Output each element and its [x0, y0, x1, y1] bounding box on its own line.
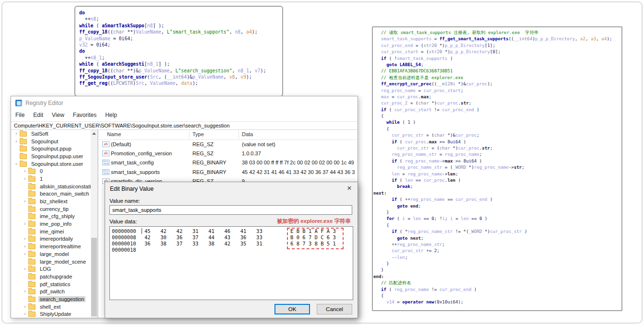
code-token — [376, 248, 392, 253]
tree-item-ime_pop_info[interactable]: ›ime_pop_info — [11, 220, 91, 228]
scrollbar-thumb[interactable] — [91, 238, 97, 316]
code-token — [376, 177, 392, 183]
hex-byte[interactable]: 31 — [256, 241, 272, 247]
scroll-up-icon[interactable] — [92, 132, 96, 135]
hex-byte[interactable]: 30 — [160, 234, 176, 241]
tree-item-shell_ext[interactable]: ›shell_ext — [11, 303, 91, 311]
hex-byte[interactable]: 36 — [240, 234, 256, 241]
hex-byte[interactable]: 44 — [208, 234, 224, 241]
tree-item-allskin_statusiconstatistics[interactable]: allskin_statusiconstatistics — [11, 183, 91, 190]
chevron-icon[interactable]: › — [14, 161, 19, 167]
code-token: reg_proc_name_str — [397, 242, 442, 247]
menu-item-file[interactable]: File — [11, 110, 29, 120]
tree-item-SogouInput.store.user[interactable]: ›SogouInput.store.user — [11, 160, 91, 168]
registry-titlebar[interactable]: Registry Editor — [11, 96, 358, 110]
hex-byte[interactable]: 31 — [192, 228, 208, 234]
chevron-icon[interactable]: › — [22, 169, 28, 174]
hex-editor[interactable]: 000000004542423141464133E B B 1 A F A 30… — [109, 226, 353, 300]
column-separator[interactable] — [239, 130, 239, 139]
tree-item-0[interactable]: ›0 — [11, 167, 91, 175]
hex-byte[interactable]: 42 — [144, 234, 160, 241]
chevron-icon[interactable]: › — [22, 199, 28, 204]
code-token: = — [88, 42, 96, 47]
chevron-icon[interactable]: › — [22, 267, 28, 271]
chevron-icon[interactable]: › — [22, 221, 28, 226]
hex-byte[interactable]: 41 — [208, 228, 224, 234]
menu-item-view[interactable]: View — [48, 110, 69, 120]
pane-splitter[interactable] — [97, 130, 98, 318]
tree-item-imereportdaily[interactable]: ›imereportdaily — [11, 235, 91, 243]
hex-byte[interactable]: 35 — [240, 241, 256, 247]
hex-byte[interactable]: 37 — [192, 234, 208, 241]
hex-byte[interactable]: 37 — [177, 241, 192, 247]
hex-byte[interactable]: 38 — [160, 241, 176, 247]
tree-scrollbar[interactable] — [91, 130, 97, 318]
code-line: // 读取 smart_task_supports 注册表, 获取到 explo… — [376, 29, 621, 35]
tree-item-ShiplyUpdate[interactable]: ›ShiplyUpdate — [11, 311, 91, 318]
code-line: if ( cur_proc_start != cur_proc_end ) — [376, 106, 621, 113]
menu-item-edit[interactable]: Edit — [29, 110, 48, 120]
chevron-icon[interactable]: › — [22, 244, 28, 249]
tree-item-pdf_switch[interactable]: ›pdf_switch — [11, 288, 91, 295]
tree-item-large_model_scene[interactable]: large_model_scene — [11, 258, 91, 266]
chevron-icon[interactable]: › — [22, 312, 28, 316]
registry-row[interactable]: ab(Default)REG_SZ(value not set) — [99, 140, 358, 149]
hex-byte[interactable]: 33 — [192, 241, 208, 247]
column-header-data[interactable]: Data — [242, 131, 253, 137]
hex-byte[interactable]: 42 — [224, 241, 240, 247]
registry-row[interactable]: abPromotion_config_versionREG_SZ1.0.0.37 — [99, 149, 358, 158]
tree-item-patchupgrade[interactable]: patchupgrade — [11, 273, 91, 280]
cancel-button[interactable]: Cancel — [317, 304, 352, 314]
decompiler-snippet-panel[interactable]: do ++n8;while ( aSmartTaskSuppo[n8] );ff… — [74, 6, 283, 97]
tree-item-large_model[interactable]: ›large_model — [11, 250, 91, 258]
chevron-icon[interactable]: › — [22, 176, 28, 181]
hex-byte[interactable]: 38 — [208, 241, 224, 247]
menu-item-favorites[interactable]: Favorites — [69, 110, 101, 120]
hex-byte[interactable]: 46 — [224, 228, 240, 234]
tree-item-beacon_main_switch[interactable]: beacon_main_switch — [11, 190, 91, 198]
chevron-icon[interactable]: › — [13, 131, 20, 136]
value-type: REG_SZ — [192, 151, 214, 156]
value-name-input[interactable] — [109, 205, 352, 215]
tree-item-imereportrealtime[interactable]: ›imereportrealtime — [11, 243, 91, 250]
tree-item-search_suggestion[interactable]: search_suggestion — [11, 295, 91, 303]
chevron-icon[interactable]: › — [22, 289, 28, 294]
tree-item-pdf_statistics[interactable]: pdf_statistics — [11, 280, 91, 288]
hex-byte[interactable]: 42 — [177, 228, 192, 234]
tree-item-LOG[interactable]: ›LOG — [11, 265, 91, 273]
hex-byte[interactable]: 41 — [240, 228, 256, 234]
registry-address-bar[interactable]: Computer\HKEY_CURRENT_USER\SOFTWARE\Sogo… — [11, 121, 358, 130]
code-token: , — [596, 36, 601, 41]
registry-row[interactable]: 0111 1010smart_task_supportsREG_BINARY45… — [99, 168, 358, 177]
column-header-type[interactable]: Type — [192, 131, 204, 137]
close-icon[interactable]: ✕ — [341, 182, 358, 195]
tree-item-SalSoft[interactable]: ›SalSoft — [11, 130, 91, 138]
hex-byte[interactable]: 42 — [160, 228, 176, 234]
tree-item-1[interactable]: ›1 — [11, 175, 91, 183]
tree-item-currency_tip[interactable]: currency_tip — [11, 205, 91, 213]
hex-byte[interactable]: 36 — [177, 234, 192, 241]
ok-button[interactable]: OK — [274, 304, 310, 314]
chevron-icon[interactable]: › — [22, 236, 28, 241]
chevron-icon[interactable]: › — [22, 252, 28, 256]
registry-row[interactable]: 0111 1010smart_task_configREG_BINARY38 0… — [99, 158, 358, 167]
window-title: Registry Editor — [25, 100, 63, 106]
hex-byte[interactable]: 45 — [144, 228, 160, 234]
decompiler-pseudocode-panel[interactable]: // 读取 smart_task_supports 注册表, 获取到 explo… — [372, 26, 622, 311]
hex-byte[interactable]: 43 — [224, 234, 240, 241]
code-token: cur_proc — [458, 145, 479, 151]
chevron-icon[interactable]: › — [22, 304, 28, 309]
column-separator[interactable] — [189, 130, 190, 139]
hex-byte[interactable]: 33 — [256, 234, 272, 241]
tree-item-SogouInput.ppup.user[interactable]: SogouInput.ppup.user — [11, 152, 91, 160]
tree-item-ime_cfg_shiply[interactable]: ime_cfg_shiply — [11, 213, 91, 221]
hex-byte[interactable]: 33 — [256, 228, 272, 234]
column-header-name[interactable]: Name — [107, 131, 121, 137]
menu-item-help[interactable]: Help — [101, 110, 121, 120]
tree-item-SogouInput[interactable]: ›SogouInput — [11, 138, 91, 145]
tree-item-SogouInput.ppup[interactable]: SogouInput.ppup — [11, 145, 91, 152]
tree-item-biz_shellext[interactable]: ›biz_shellext — [11, 197, 91, 205]
hex-byte[interactable]: 36 — [144, 241, 160, 247]
chevron-icon[interactable]: › — [13, 139, 20, 144]
tree-item-ime_qimei[interactable]: ime_qimei — [11, 228, 91, 235]
